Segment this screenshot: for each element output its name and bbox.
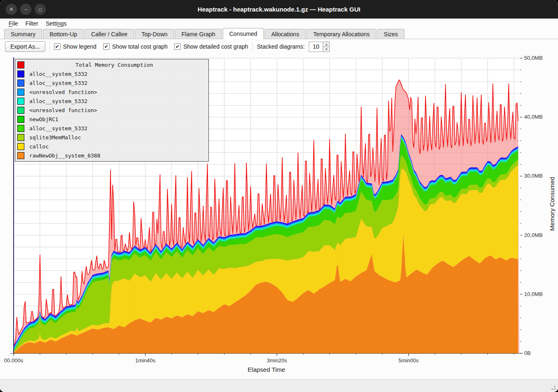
tab-temporary-allocations[interactable]: Temporary Allocations xyxy=(307,29,376,39)
tab-flame-graph[interactable]: Flame Graph xyxy=(175,29,222,39)
checkbox-box[interactable]: ✔ xyxy=(54,43,61,50)
checkbox-show-legend[interactable]: ✔Show legend xyxy=(54,43,97,50)
tab-bottom-up[interactable]: Bottom-Up xyxy=(43,29,84,39)
tab-bar: SummaryBottom-UpCaller / CalleeTop-DownF… xyxy=(0,28,558,39)
checkbox-label: Show total cost graph xyxy=(112,43,168,50)
stacked-diagrams-input[interactable] xyxy=(309,42,323,52)
legend-swatch xyxy=(17,89,24,96)
y-axis-title: Memory Consumed xyxy=(549,54,556,353)
legend-item: newObjRC1 xyxy=(15,115,208,124)
legend-item: alloc__system_5332 xyxy=(15,124,208,133)
menu-bar: FileFilterSettings xyxy=(0,19,558,28)
legend-swatch xyxy=(17,134,24,141)
x-tick-label: 1min40s xyxy=(135,357,156,364)
legend-item: sqlite3MemMalloc xyxy=(15,133,208,142)
legend-swatch xyxy=(17,80,24,87)
export-as-button[interactable]: Export As... xyxy=(5,41,45,52)
tab-top-down[interactable]: Top-Down xyxy=(135,29,174,39)
legend-item: calloc xyxy=(15,142,208,151)
y-tick-label: 40,0MB xyxy=(524,114,543,120)
y-tick-label: 10,0MB xyxy=(524,291,543,297)
checkbox-label: Show detailed cost graph xyxy=(183,43,248,50)
menu-item-settings[interactable]: Settings xyxy=(42,20,71,27)
legend-item-label: newObjRC1 xyxy=(29,116,58,122)
toolbar-separator xyxy=(50,42,50,51)
spin-down-button[interactable]: ▼ xyxy=(323,47,330,52)
chart-legend: Total Memory Consumptionalloc__system_53… xyxy=(15,59,209,162)
tab-sizes[interactable]: Sizes xyxy=(377,29,404,39)
checkbox-box[interactable]: ✔ xyxy=(174,43,181,50)
x-tick-label: 00.000s xyxy=(4,357,24,364)
title-bar: ✕ – ◻ Heaptrack - heaptrack.wakunode.1.g… xyxy=(0,0,558,19)
checkbox-show-detailed-cost-graph[interactable]: ✔Show detailed cost graph xyxy=(174,43,248,50)
legend-swatch xyxy=(17,125,24,132)
heaptrack-window: ✕ – ◻ Heaptrack - heaptrack.wakunode.1.g… xyxy=(0,0,558,392)
tab-consumed[interactable]: Consumed xyxy=(223,28,264,39)
window-title: Heaptrack - heaptrack.wakunode.1.gz — He… xyxy=(0,0,558,19)
legend-item: alloc__system_5332 xyxy=(15,96,208,106)
menu-item-filter[interactable]: Filter xyxy=(22,20,42,27)
menu-item-file[interactable]: File xyxy=(5,20,22,27)
legend-swatch xyxy=(17,107,24,114)
toolbar-separator xyxy=(252,42,253,51)
legend-item: <unresolved function> xyxy=(15,106,208,115)
resize-grip-icon[interactable] xyxy=(550,384,556,390)
toolbar: Export As... ✔Show legend✔Show total cos… xyxy=(0,39,558,54)
legend-swatch xyxy=(17,116,24,123)
status-bar xyxy=(0,379,558,392)
legend-swatch xyxy=(17,152,24,159)
x-axis-title: Elapsed Time xyxy=(14,366,519,373)
legend-title-row: Total Memory Consumption xyxy=(15,60,208,69)
legend-item-label: calloc xyxy=(29,143,49,150)
legend-item-label: alloc__system_5332 xyxy=(29,80,87,86)
legend-item-label: alloc__system_5332 xyxy=(29,125,87,131)
x-tick-label: 5min00s xyxy=(398,357,419,364)
legend-item-label: alloc__system_5332 xyxy=(29,71,87,77)
legend-swatch xyxy=(17,70,24,77)
legend-item-label: <unresolved function> xyxy=(29,107,97,113)
y-tick-label: 0B xyxy=(524,350,531,356)
legend-title: Total Memory Consumption xyxy=(29,62,199,68)
legend-swatch xyxy=(17,143,24,150)
tab-summary[interactable]: Summary xyxy=(4,29,42,39)
y-tick-label: 20,0MB xyxy=(524,232,543,238)
y-tick-label: 50,0MB xyxy=(524,55,543,61)
checkbox-show-total-cost-graph[interactable]: ✔Show total cost graph xyxy=(103,43,168,50)
legend-item: alloc__system_5332 xyxy=(15,69,208,78)
legend-swatch xyxy=(17,98,24,105)
y-tick-label: 30,0MB xyxy=(524,173,543,179)
x-tick-label: 3min20s xyxy=(267,357,287,364)
stacked-diagrams-stepper: ▲ ▼ xyxy=(309,42,330,52)
legend-item-label: sqlite3MemMalloc xyxy=(29,134,81,141)
stacked-diagrams-label: Stacked diagrams: xyxy=(257,43,305,50)
checkbox-label: Show legend xyxy=(63,43,97,50)
legend-item: alloc__system_5332 xyxy=(15,78,208,87)
checkbox-box[interactable]: ✔ xyxy=(103,43,110,50)
legend-swatch xyxy=(17,61,24,68)
legend-item: rawNewObj__system_6388 xyxy=(15,151,208,160)
spin-up-button[interactable]: ▲ xyxy=(323,42,330,47)
tab-caller-callee[interactable]: Caller / Callee xyxy=(85,29,134,39)
legend-item-label: alloc__system_5332 xyxy=(29,98,87,104)
legend-item: <unresolved function> xyxy=(15,87,208,96)
legend-item-label: <unresolved function> xyxy=(29,89,97,95)
tab-allocations[interactable]: Allocations xyxy=(265,29,306,39)
chart-pane: 00.000s1min40s3min20s5min00s0B10,0MB20,0… xyxy=(0,54,558,379)
legend-item-label: rawNewObj__system_6388 xyxy=(29,153,100,159)
